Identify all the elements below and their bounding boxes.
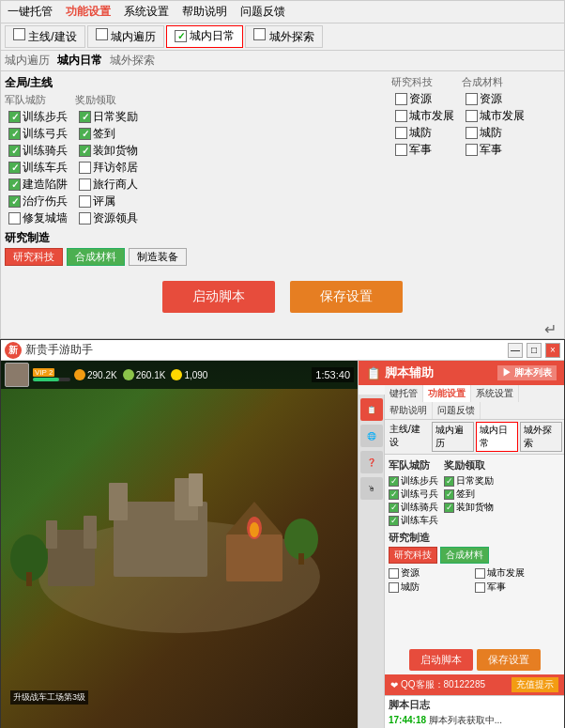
rp-tab-issue[interactable]: 问题反馈	[433, 402, 481, 419]
cb-cavalry-box[interactable]	[8, 145, 21, 157]
rp-synthesis-tab[interactable]: 合成材料	[440, 547, 489, 564]
emulator-logo: 新	[5, 342, 22, 359]
start-script-button[interactable]: 启动脚本	[162, 281, 275, 313]
cb-archer-box[interactable]	[8, 128, 21, 140]
svg-rect-7	[84, 516, 97, 549]
svg-rect-5	[48, 530, 95, 586]
cb-cargo-box[interactable]	[79, 145, 91, 157]
rp-cb-infantry-box[interactable]	[389, 476, 399, 487]
menu-xitong[interactable]: 系统设置	[121, 3, 172, 21]
rp-tab-help[interactable]: 帮助说明	[385, 402, 433, 419]
sidebar-simulate-icon[interactable]: 🖱	[360, 477, 383, 500]
cb-infantry-box[interactable]	[8, 111, 21, 123]
svg-point-15	[250, 522, 259, 537]
menu-gongneng[interactable]: 功能设置	[63, 3, 114, 21]
player-stats: VIP 2	[33, 368, 70, 381]
rp-tab-function[interactable]: 功能设置	[423, 385, 471, 402]
sidebar-icons: 📋 🌐 ❓ 🖱	[359, 395, 385, 728]
cb-trap-box[interactable]	[8, 178, 21, 191]
wood-icon	[123, 369, 134, 380]
sub-tab-outside[interactable]: 城外探索	[110, 53, 155, 69]
tab-main-build[interactable]: 主线/建设	[5, 25, 85, 48]
cb-daily-reward-box[interactable]	[79, 111, 91, 123]
cb-city-dev-synth-box[interactable]	[466, 110, 478, 122]
tab-checkbox-tour[interactable]	[96, 28, 108, 40]
cb-military-sci-box[interactable]	[395, 144, 407, 156]
btn-synthesis[interactable]: 合成材料	[67, 248, 125, 266]
minimize-button[interactable]: —	[508, 343, 523, 358]
food-resource: 290.2K	[74, 369, 117, 380]
rp-tab-keytrust[interactable]: 键托管	[385, 385, 423, 402]
menu-wenti[interactable]: 问题反馈	[237, 3, 288, 21]
sidebar-faq-icon[interactable]: ❓	[360, 451, 383, 473]
maximize-button[interactable]: □	[527, 343, 542, 358]
rp-cb-res2-box[interactable]	[389, 568, 399, 579]
cb-trap: 建造陷阱	[8, 177, 68, 193]
menu-yijian[interactable]: 一键托管	[5, 3, 55, 21]
rp-cb-goods-box[interactable]	[444, 503, 454, 513]
tab-city-daily[interactable]: 城内日常	[166, 25, 243, 48]
sub-tab-daily[interactable]: 城内日常	[57, 53, 102, 69]
log-title: 脚本日志	[389, 698, 560, 712]
cb-signin-box[interactable]	[79, 128, 91, 140]
rp-cb-chariot-box[interactable]	[389, 516, 399, 526]
rp-cb-mil2-box[interactable]	[475, 582, 485, 593]
tab-city-tour[interactable]: 城内遍历	[87, 25, 164, 48]
rp-cb-def2-box[interactable]	[389, 582, 399, 593]
charge-button[interactable]: 充值提示	[512, 677, 558, 692]
tab-checkbox-daily[interactable]	[175, 30, 187, 42]
tab-checkbox-outside[interactable]	[253, 28, 266, 40]
cb-city-dev-sci-box[interactable]	[395, 110, 407, 122]
btn-make-equip[interactable]: 制造装备	[129, 248, 187, 266]
cb-chariot-box[interactable]	[8, 162, 21, 174]
tab-checkbox-main[interactable]	[13, 28, 25, 40]
tab-outside[interactable]: 城外探索	[245, 25, 322, 48]
script-panel-title: 脚本辅助	[385, 364, 434, 381]
sub-tab-city-daily2[interactable]: 城内日常	[476, 422, 518, 452]
rp-cb-cavalry-box[interactable]	[389, 503, 399, 513]
sidebar-script-icon[interactable]: 📋	[360, 398, 383, 421]
rp-cb-daily-rw-box[interactable]	[444, 476, 454, 487]
cb-defense-sci-box[interactable]	[395, 127, 407, 139]
cb-res-collect-box[interactable]	[79, 212, 91, 225]
close-button[interactable]: ×	[545, 343, 560, 358]
sidebar-online-icon[interactable]: 🌐	[360, 425, 383, 447]
rp-cb-sign-box[interactable]	[444, 489, 454, 500]
cb-merchant-box[interactable]	[79, 178, 91, 191]
close-panel-area[interactable]: ▶ 脚本列表	[497, 365, 557, 380]
rp-save-button[interactable]: 保存设置	[477, 649, 541, 671]
rp-start-button[interactable]: 启动脚本	[409, 649, 473, 671]
rp-cb-citydev2-box[interactable]	[475, 568, 485, 579]
sub-tab-main[interactable]: 主线/建设	[387, 422, 430, 452]
cb-repair-box[interactable]	[8, 212, 21, 225]
cb-res-sci-box[interactable]	[395, 93, 407, 105]
emulator-window-controls: — □ ×	[508, 343, 560, 358]
rp-cb-chariot: 训练车兵	[389, 514, 438, 527]
cb-repair: 修复城墙	[8, 210, 68, 226]
cb-defense-synth-box[interactable]	[466, 127, 478, 139]
rp-research-tech-tab[interactable]: 研究科技	[389, 547, 437, 564]
rp-army-title: 军队城防	[389, 458, 438, 472]
rp-cb-archer-box[interactable]	[389, 489, 399, 500]
vip-badge: VIP 2	[33, 368, 54, 377]
cb-military-synth-box[interactable]	[466, 144, 478, 156]
rp-cb-cavalry: 训练骑兵	[389, 501, 438, 514]
cb-comment-box[interactable]	[79, 195, 91, 208]
sub-tab-city-tour2[interactable]: 城内遍历	[432, 422, 474, 452]
svg-point-10	[284, 519, 318, 560]
menu-bangzhu[interactable]: 帮助说明	[179, 3, 230, 21]
menu-bar: 一键托管 功能设置 系统设置 帮助说明 问题反馈	[1, 1, 564, 23]
research-section: 研究制造 研究科技 合成材料 制造装备	[5, 230, 386, 266]
game-scene[interactable]: 升级战车工场第3级 Lord TimNustree: wzup?	[1, 389, 358, 728]
cb-heal-box[interactable]	[8, 195, 21, 208]
save-settings-button[interactable]: 保存设置	[290, 281, 403, 313]
btn-research-tech[interactable]: 研究科技	[5, 248, 63, 266]
sub-tab-tour[interactable]: 城内遍历	[5, 53, 50, 69]
cb-res-synth-box[interactable]	[466, 93, 478, 105]
rp-tab-system[interactable]: 系统设置	[471, 385, 519, 402]
svg-point-14	[247, 517, 262, 539]
cb-neighbor-box[interactable]	[79, 162, 91, 174]
sub-tab-outside2[interactable]: 城外探索	[520, 422, 562, 452]
svg-rect-6	[46, 520, 57, 549]
cb-infantry: 训练步兵	[8, 109, 68, 125]
